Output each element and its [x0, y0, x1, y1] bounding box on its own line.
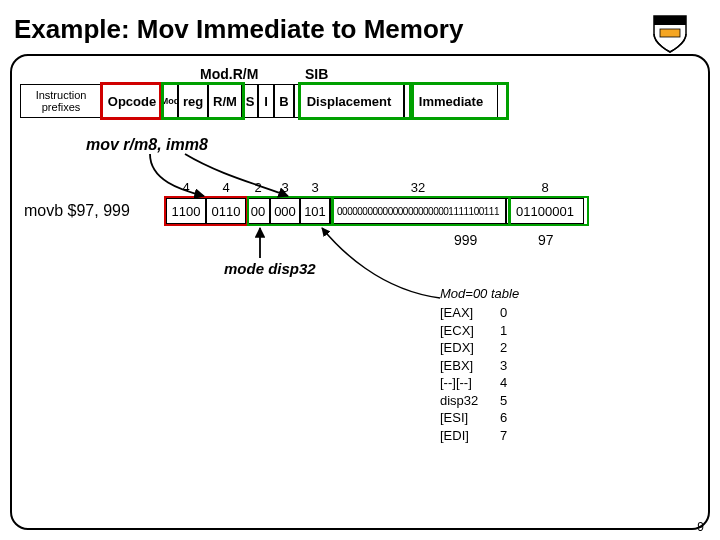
field-s: S [242, 84, 258, 118]
label-sib: SIB [305, 66, 328, 82]
mod-row: [--][--]4 [440, 374, 507, 392]
field-reg: reg [178, 84, 208, 118]
mod-row: [ECX]1 [440, 322, 507, 340]
bits-mod: 00 [246, 198, 270, 224]
label-disp-value: 999 [454, 232, 477, 248]
bits-reg: 000 [270, 198, 300, 224]
instruction-format-row: Instruction prefixes Opcode Mod reg R/M … [20, 84, 498, 118]
mode-label: mode disp32 [224, 260, 316, 277]
width-imm: 8 [506, 180, 584, 195]
field-rm: R/M [208, 84, 242, 118]
instruction-example: movb $97, 999 [24, 202, 130, 220]
bits-op1: 1100 [166, 198, 206, 224]
mod-row: disp325 [440, 392, 507, 410]
field-mod: Mod [162, 84, 178, 118]
field-opcode: Opcode [102, 84, 162, 118]
label-modrm: Mod.R/M [200, 66, 258, 82]
slide-number: 9 [697, 520, 704, 534]
width-mod: 2 [246, 180, 270, 195]
slide-title: Example: Mov Immediate to Memory [14, 14, 463, 45]
slide-frame [10, 54, 710, 530]
mnemonic: mov r/m8, imm8 [86, 136, 208, 154]
svg-rect-0 [660, 29, 680, 37]
width-disp: 32 [330, 180, 506, 195]
width-op1: 4 [166, 180, 206, 195]
bitwidth-labels: 4 4 2 3 3 32 8 [166, 180, 584, 195]
mod-row: [EDX]2 [440, 339, 507, 357]
mod-row: [EBX]3 [440, 357, 507, 375]
bits-imm: 01100001 [506, 198, 584, 224]
width-rm: 3 [300, 180, 330, 195]
mod-row: [EDI]7 [440, 427, 507, 445]
width-reg: 3 [270, 180, 300, 195]
field-b: B [274, 84, 294, 118]
mod-row: [ESI]6 [440, 409, 507, 427]
mod-table-header: Mod=00 table [440, 286, 519, 301]
width-op2: 4 [206, 180, 246, 195]
bits-rm: 101 [300, 198, 330, 224]
mod-row: [EAX]0 [440, 304, 507, 322]
mod-table: [EAX]0 [ECX]1 [EDX]2 [EBX]3 [--][--]4 di… [440, 304, 507, 444]
bits-op2: 0110 [206, 198, 246, 224]
field-i: I [258, 84, 274, 118]
encoding-row: 1100 0110 00 000 101 0000000000000000000… [166, 198, 584, 224]
princeton-shield-icon [648, 12, 692, 56]
label-imm-value: 97 [538, 232, 554, 248]
field-displacement: Displacement [294, 84, 404, 118]
field-prefix: Instruction prefixes [20, 84, 102, 118]
field-immediate: Immediate [404, 84, 498, 118]
bits-disp: 00000000000000000000001111100111 [330, 198, 506, 224]
